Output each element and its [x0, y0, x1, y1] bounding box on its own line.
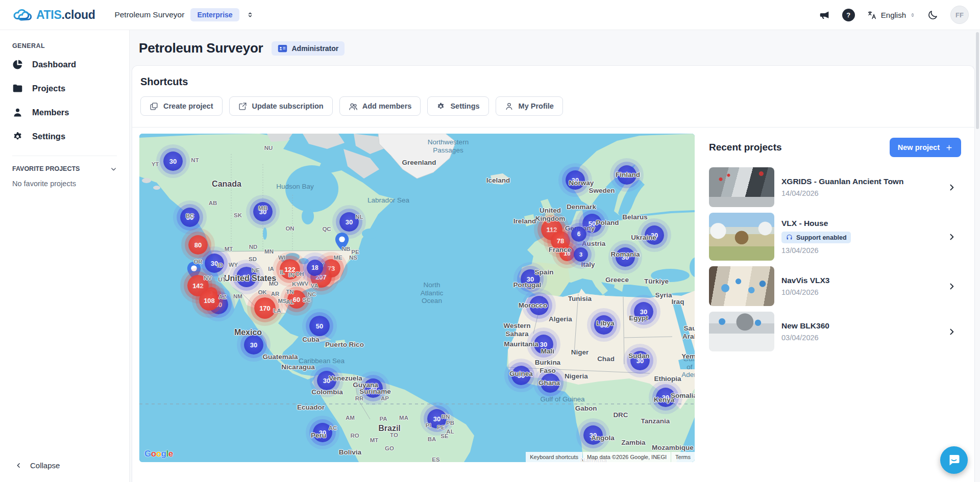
add-members-button[interactable]: Add members: [339, 96, 421, 116]
brand-logo[interactable]: ATIS.cloud: [11, 7, 95, 22]
map-cluster-red[interactable]: 122: [280, 259, 300, 280]
update-subscription-button[interactable]: Update subscription: [229, 96, 333, 116]
map-cluster-blue[interactable]: 50: [236, 267, 257, 287]
map-cluster-blue[interactable]: 30: [163, 151, 183, 171]
map-cluster-red[interactable]: 60: [287, 290, 306, 309]
collapse-button[interactable]: Collapse: [0, 455, 75, 476]
map-cluster-red[interactable]: 108: [199, 290, 219, 311]
dashboard-card: Shortcuts Create projectUpdate subscript…: [132, 65, 975, 482]
help-icon[interactable]: ?: [842, 9, 855, 21]
shortcuts-buttons-row: Create projectUpdate subscriptionAdd mem…: [140, 96, 966, 116]
map-cluster-blue[interactable]: 30: [594, 315, 614, 335]
project-title: XGRIDS - Guanlan Ancient Town: [781, 177, 903, 186]
map-cluster-blue[interactable]: 30: [616, 247, 635, 267]
gear-icon: [12, 131, 23, 142]
support-enabled-badge: Support enabled: [781, 232, 851, 243]
sidebar-item-label: Settings: [32, 132, 65, 141]
favorite-projects-header[interactable]: FAVORITE PROJECTS: [0, 162, 129, 175]
new-project-button[interactable]: New project: [890, 138, 961, 157]
workspace-name: Petroleum Surveyor: [114, 10, 184, 19]
map-pin[interactable]: [335, 233, 349, 250]
map-cluster-blue[interactable]: 30: [541, 373, 560, 393]
sidebar-item-projects[interactable]: Projects: [0, 77, 129, 100]
map-cluster-red[interactable]: 80: [188, 235, 208, 255]
map-cluster-blue[interactable]: 3: [574, 247, 588, 262]
terms-link[interactable]: Terms: [671, 452, 695, 462]
cloud-logo-icon: [11, 7, 32, 22]
announcements-icon[interactable]: [819, 10, 830, 20]
keyboard-shortcuts-button[interactable]: Keyboard shortcuts: [526, 452, 582, 462]
map-cluster-blue[interactable]: 30: [313, 423, 332, 442]
map-cluster-red[interactable]: 170: [254, 297, 276, 319]
map-cluster-blue[interactable]: 50: [309, 316, 330, 336]
people-icon: [349, 102, 357, 111]
map-cluster-blue[interactable]: 30: [529, 296, 549, 315]
plus-icon: [945, 144, 953, 151]
map-cluster-blue[interactable]: 30: [427, 409, 447, 428]
map-cluster-blue[interactable]: 30: [317, 371, 336, 390]
project-list-item[interactable]: VLX - HouseSupport enabled13/04/2026: [709, 213, 961, 261]
language-selector[interactable]: English: [867, 10, 915, 20]
workspace-selector-icon[interactable]: [247, 11, 254, 19]
map-cluster-blue[interactable]: 30: [534, 335, 553, 354]
map-cluster-blue[interactable]: 30: [244, 335, 263, 354]
dark-mode-icon[interactable]: [927, 10, 938, 20]
sidebar-item-dashboard[interactable]: Dashboard: [0, 53, 129, 77]
id-card-icon: [278, 44, 287, 53]
sidebar-item-label: Projects: [32, 84, 65, 93]
project-list-item[interactable]: New BLK36003/04/2026: [709, 312, 961, 351]
project-list-item[interactable]: XGRIDS - Guanlan Ancient Town14/04/2026: [709, 167, 961, 207]
shortcuts-title: Shortcuts: [140, 76, 966, 88]
map-cluster-blue[interactable]: 30: [180, 208, 200, 227]
chevron-right-icon: [947, 282, 961, 291]
map-cluster-blue[interactable]: 30: [253, 202, 273, 221]
sidebar-item-members[interactable]: Members: [0, 100, 129, 124]
sidebar: GENERAL DashboardProjectsMembersSettings…: [0, 30, 130, 482]
folder-icon: [12, 83, 23, 94]
project-list-item[interactable]: NavVis VLX310/04/2026: [709, 266, 961, 306]
map-cluster-blue[interactable]: 30: [511, 366, 531, 385]
google-logo[interactable]: Google: [144, 449, 173, 459]
chevron-right-icon: [947, 233, 961, 241]
map-cluster-blue[interactable]: 30: [634, 302, 653, 321]
create-project-button[interactable]: Create project: [140, 96, 223, 116]
my-profile-button[interactable]: My Profile: [496, 96, 563, 116]
sidebar-section-general: GENERAL: [0, 42, 129, 53]
chevron-left-icon: [15, 462, 22, 469]
project-title: NavVis VLX3: [781, 276, 830, 285]
sidebar-item-settings[interactable]: Settings: [0, 124, 129, 148]
settings-button[interactable]: Settings: [427, 96, 488, 116]
project-thumbnail: [709, 167, 774, 207]
chevron-right-icon: [947, 327, 961, 336]
world-map[interactable]: Northwestern PassagesHudson BayLabrador …: [139, 134, 695, 462]
sidebar-item-label: Members: [32, 108, 69, 117]
map-cluster-blue[interactable]: 30: [339, 212, 359, 232]
map-cluster-blue[interactable]: 30: [656, 388, 675, 407]
personline-icon: [505, 102, 513, 111]
map-cluster-red[interactable]: 16: [559, 246, 575, 261]
favorite-projects-title: FAVORITE PROJECTS: [12, 165, 80, 172]
map-cluster-blue[interactable]: 30: [205, 253, 224, 273]
map-cluster-blue[interactable]: 18: [307, 260, 323, 276]
workspace-switcher[interactable]: Petroleum Surveyor Enterprise: [114, 8, 253, 21]
headset-icon: [786, 234, 793, 241]
map-cluster-blue[interactable]: 30: [645, 225, 664, 245]
chat-launcher-button[interactable]: [940, 446, 968, 474]
recent-projects-title: Recent projects: [709, 142, 782, 153]
sidebar-divider: [12, 156, 117, 156]
map-cluster-blue[interactable]: 30: [617, 165, 636, 185]
map-cluster-blue[interactable]: 30: [521, 269, 540, 289]
map-cluster-blue[interactable]: 30: [630, 351, 650, 370]
map-cluster-blue[interactable]: 6: [571, 226, 586, 242]
copy-icon: [150, 102, 158, 111]
favorite-projects-empty: No favorite projects: [0, 175, 129, 192]
person-icon: [12, 107, 23, 118]
page-title: Petroleum Surveyor: [139, 40, 263, 56]
page-scrollbar[interactable]: [976, 32, 979, 129]
map-cluster-blue[interactable]: 30: [566, 170, 585, 190]
project-list: XGRIDS - Guanlan Ancient Town14/04/2026V…: [709, 167, 961, 351]
map-attribution: Keyboard shortcuts Map data ©2026 Google…: [525, 452, 695, 462]
map-cluster-blue[interactable]: 30: [363, 378, 383, 398]
user-avatar[interactable]: FF: [950, 6, 969, 24]
map-cluster-blue[interactable]: 30: [583, 425, 603, 445]
